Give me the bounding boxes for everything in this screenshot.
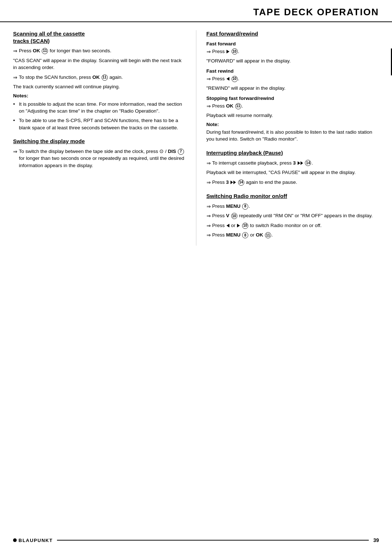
- radio-step-1-text: Press MENU 8.: [212, 203, 250, 210]
- step-2-text: To stop the SCAN function, press OK 11 a…: [19, 74, 123, 81]
- radio-step-4: ⇒ Press MENU 8 or OK 11.: [207, 231, 379, 239]
- arrow-icon-2: ⇒: [13, 74, 17, 81]
- radio-step-1: ⇒ Press MENU 8.: [207, 203, 379, 210]
- section-pause-title: Interrupting playback (Pause): [207, 149, 379, 157]
- notes-label: Notes:: [13, 93, 186, 98]
- notes-list: It is possible to adjust the scan time. …: [13, 101, 186, 131]
- step-1: ⇒ Press OK 11 for longer than two second…: [13, 47, 186, 55]
- radio-step-2-text: Press V 10 repeatedly until "RM ON" or "…: [212, 212, 373, 219]
- section-ff-rewind: Fast forward/rewind Fast forward ⇒ Press…: [207, 30, 379, 143]
- forward-appear-text: "FORWARD" will appear in the display.: [207, 57, 379, 65]
- circle-7: 7: [178, 149, 184, 155]
- section-radio-monitor: Switching Radio monitor on/off ⇒ Press M…: [207, 193, 379, 239]
- rewind-step-1: ⇒ Press 10.: [207, 75, 379, 83]
- arrow-icon-radio4: ⇒: [207, 232, 211, 239]
- circle-11-2: 11: [102, 74, 108, 81]
- section-scanning: Scanning all of the cassettetracks (SCAN…: [13, 30, 186, 131]
- resume-text: Playback will resume normally.: [207, 112, 379, 119]
- page-header: TAPE DECK OPERATION: [0, 0, 392, 22]
- arrow-icon-pause1: ⇒: [207, 160, 211, 167]
- page-footer: BLAUPUNKT 39: [13, 537, 379, 543]
- arrow-icon-radio2: ⇒: [207, 213, 211, 220]
- arrow-icon-rew1: ⇒: [207, 76, 211, 83]
- note-item-2: To be able to use the S-CPS, RPT and SCA…: [13, 117, 186, 131]
- arrow-icon-1: ⇒: [13, 48, 17, 55]
- section-scanning-title: Scanning all of the cassettetracks (SCAN…: [13, 30, 186, 44]
- circle-14-1: 14: [305, 160, 311, 166]
- page-number: 39: [373, 537, 379, 543]
- circle-11-radio: 11: [265, 232, 271, 238]
- pause-step-2: ⇒ Press 3 14 again to end the pause.: [207, 179, 379, 186]
- stop-ff-step: ⇒ Press OK 11.: [207, 102, 379, 110]
- section-pause: Interrupting playback (Pause) ⇒ To inter…: [207, 149, 379, 186]
- arrow-icon-ff1: ⇒: [207, 48, 211, 56]
- stop-ff-step-text: Press OK 11.: [212, 102, 243, 110]
- circle-8-2: 8: [242, 232, 248, 238]
- subsection-ff-title: Fast forward: [207, 41, 379, 46]
- rewind-step-text: Press 10.: [212, 75, 240, 82]
- step-1-text: Press OK 11 for longer than two seconds.: [19, 47, 111, 54]
- content-area: Scanning all of the cassettetracks (SCAN…: [0, 22, 392, 246]
- footer-divider: [57, 540, 369, 541]
- arrow-icon-display: ⇒: [13, 148, 17, 155]
- subsection-stop-ff-title: Stopping fast forward/rewind: [207, 96, 379, 101]
- circle-10-rew: 10: [232, 76, 238, 82]
- brand-name: BLAUPUNKT: [19, 538, 53, 543]
- circle-11-stop: 11: [235, 103, 241, 109]
- page-title: TAPE DECK OPERATION: [13, 7, 379, 18]
- section-display-title: Switching the display mode: [13, 138, 186, 145]
- track-playing-text: The track currently scanned will continu…: [13, 83, 186, 90]
- step-2: ⇒ To stop the SCAN function, press OK 11…: [13, 74, 186, 81]
- radio-step-4-text: Press MENU 8 or OK 11.: [212, 231, 273, 239]
- subsection-rewind-title: Fast rewind: [207, 68, 379, 74]
- ff-step-1: ⇒ Press 10.: [207, 48, 379, 56]
- left-column: Scanning all of the cassettetracks (SCAN…: [0, 30, 196, 246]
- pause-step-1: ⇒ To interrupt cassette playback, press …: [207, 159, 379, 167]
- page: TAPE DECK OPERATION Scanning all of the …: [0, 0, 392, 554]
- right-column: ENGLISH Fast forward/rewind Fast forward…: [196, 30, 392, 246]
- note-item-1: It is possible to adjust the scan time. …: [13, 101, 186, 115]
- arrow-icon-radio1: ⇒: [207, 203, 211, 210]
- arrow-icon-stop-ff: ⇒: [207, 103, 211, 110]
- radio-step-3-text: Press or 10 to switch Radio monitor on o…: [212, 222, 322, 229]
- brand-logo: BLAUPUNKT: [13, 538, 53, 543]
- section-ff-title: Fast forward/rewind: [207, 30, 379, 37]
- radio-step-2: ⇒ Press V 10 repeatedly until "RM ON" or…: [207, 212, 379, 220]
- display-step-text: To switch the display between the tape s…: [19, 148, 186, 169]
- section-radio-title: Switching Radio monitor on/off: [207, 193, 379, 200]
- arrow-icon-radio3: ⇒: [207, 222, 211, 230]
- note-label: Note:: [207, 122, 379, 127]
- circle-10-ff: 10: [232, 48, 238, 54]
- rewind-appear-text: "REWIND" will appear in the display.: [207, 85, 379, 92]
- scan-appear-text: "CAS SCAN" will appear in the display. S…: [13, 57, 186, 71]
- circle-10-v: 10: [231, 213, 237, 219]
- circle-14-2: 14: [238, 179, 244, 186]
- section-display-mode: Switching the display mode ⇒ To switch t…: [13, 138, 186, 169]
- pause-step-2-text: Press 3 14 again to end the pause.: [212, 179, 297, 186]
- ff-step-text: Press 10.: [212, 48, 240, 55]
- brand-dot: [13, 538, 17, 542]
- display-step-1: ⇒ To switch the display between the tape…: [13, 148, 186, 169]
- note-text: During fast forward/rewind, it is also p…: [207, 129, 379, 143]
- arrow-icon-pause2: ⇒: [207, 179, 211, 186]
- circle-10-radio: 10: [242, 223, 248, 229]
- pause-step-1-text: To interrupt cassette playback, press 3 …: [212, 159, 313, 167]
- circle-8-1: 8: [242, 203, 248, 210]
- circle-11-1: 11: [42, 48, 48, 54]
- cas-pause-text: Playback will be interrupted, "CAS PAUSE…: [207, 169, 379, 176]
- radio-step-3: ⇒ Press or 10 to switch Radio monitor on…: [207, 222, 379, 230]
